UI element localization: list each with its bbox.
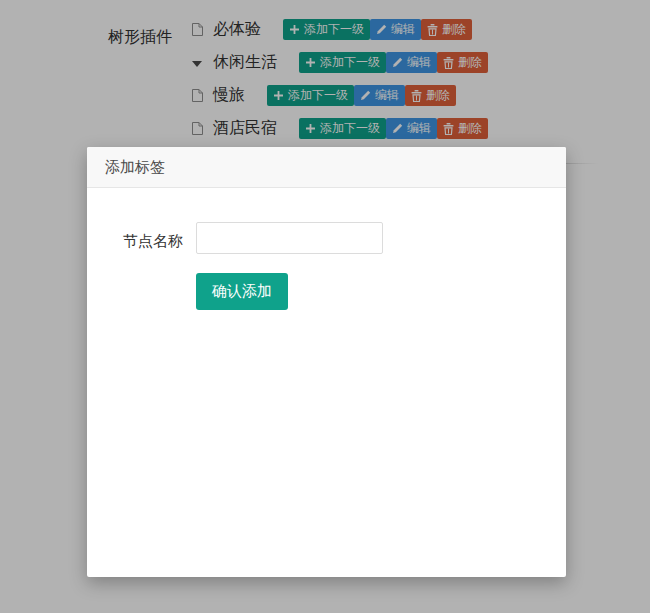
node-name-label: 节点名称 <box>123 232 183 251</box>
dialog-body: 节点名称 确认添加 <box>87 188 566 577</box>
add-tag-dialog: 添加标签 节点名称 确认添加 <box>87 147 566 577</box>
dialog-header: 添加标签 <box>87 147 566 188</box>
node-name-input[interactable] <box>196 222 383 254</box>
dialog-title: 添加标签 <box>105 158 165 175</box>
confirm-add-button[interactable]: 确认添加 <box>196 273 288 310</box>
